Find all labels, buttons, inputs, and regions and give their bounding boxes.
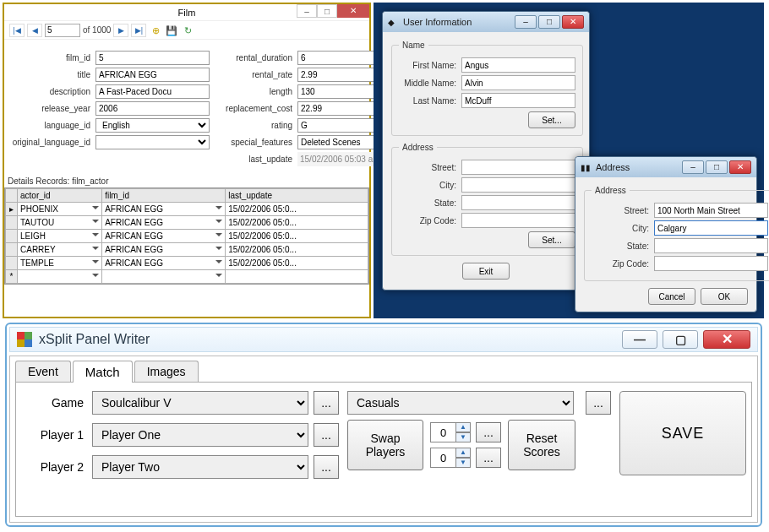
score1-spinner[interactable]: ▲▼ — [430, 422, 471, 442]
city-input[interactable] — [461, 177, 575, 193]
language-id-label: language_id — [11, 121, 95, 130]
tab-match[interactable]: Match — [73, 361, 133, 383]
score2-browse-button[interactable]: ... — [476, 448, 501, 468]
close-button[interactable]: ✕ — [337, 4, 369, 18]
zip-input[interactable] — [654, 256, 768, 271]
col-actor-id[interactable]: actor_id — [18, 189, 102, 203]
save-button[interactable]: SAVE — [619, 391, 746, 475]
address-legend: Address — [592, 186, 630, 195]
swap-players-button[interactable]: Swap Players — [347, 420, 423, 470]
language-id-select[interactable]: English — [95, 118, 210, 133]
cancel-button[interactable]: Cancel — [648, 288, 695, 305]
nav-last-button[interactable]: ▶| — [131, 24, 146, 37]
app-icon: ◆ — [388, 18, 400, 27]
nav-prev-button[interactable]: ◀ — [27, 24, 42, 37]
reset-scores-button[interactable]: Reset Scores — [508, 420, 575, 470]
street-label: Street: — [592, 206, 654, 215]
state-input[interactable] — [654, 238, 768, 253]
minimize-button[interactable]: – — [515, 15, 537, 29]
film-window: Film – □ ✕ |◀ ◀ of 1000 ▶ ▶| ⊕ 💾 ↻ film_… — [3, 3, 371, 318]
minimize-button[interactable]: – — [682, 160, 704, 174]
length-label: length — [213, 87, 297, 96]
original-language-id-label: original_language_id — [11, 138, 95, 147]
table-row: LEIGHAFRICAN EGG15/02/2006 05:0... — [6, 230, 368, 243]
nav-refresh-icon[interactable]: ↻ — [181, 24, 194, 37]
col-film-id[interactable]: film_id — [102, 189, 226, 203]
maximize-button[interactable]: □ — [538, 15, 560, 29]
tab-event[interactable]: Event — [15, 361, 71, 382]
game-select[interactable]: Soulcalibur V — [92, 391, 308, 415]
zip-label: Zip Code: — [399, 216, 461, 225]
player2-browse-button[interactable]: ... — [314, 455, 339, 479]
maximize-button[interactable]: □ — [317, 4, 337, 18]
app-icon: ▮▮ — [581, 163, 592, 172]
first-name-input[interactable] — [461, 57, 575, 73]
state-label: State: — [592, 242, 654, 251]
street-input[interactable] — [654, 203, 768, 218]
title-label: title — [11, 70, 95, 79]
street-input[interactable] — [461, 160, 575, 175]
round-browse-button[interactable]: ... — [586, 391, 611, 415]
maximize-button[interactable]: □ — [706, 160, 728, 174]
player1-select[interactable]: Player One — [92, 423, 308, 447]
score1-up[interactable]: ▲ — [455, 422, 471, 432]
game-label: Game — [26, 396, 92, 410]
zip-input[interactable] — [461, 213, 575, 228]
special-features-label: special_features — [213, 138, 297, 147]
game-browse-button[interactable]: ... — [314, 391, 339, 415]
set-name-button[interactable]: Set... — [528, 111, 575, 128]
round-select[interactable]: Casuals — [347, 391, 574, 415]
set-address-button[interactable]: Set... — [528, 231, 575, 248]
nav-first-button[interactable]: |◀ — [9, 24, 25, 37]
score2-spinner[interactable]: ▲▼ — [430, 448, 471, 468]
score2-down[interactable]: ▼ — [455, 458, 471, 468]
player1-browse-button[interactable]: ... — [314, 423, 339, 447]
nav-add-icon[interactable]: ⊕ — [149, 24, 162, 37]
maximize-button[interactable]: ▢ — [663, 330, 698, 349]
rental-rate-label: rental_rate — [213, 70, 297, 79]
nav-save-icon[interactable]: 💾 — [165, 24, 178, 37]
name-legend: Name — [399, 41, 428, 50]
player2-select[interactable]: Player Two — [92, 455, 308, 479]
city-label: City: — [592, 224, 654, 233]
score1-browse-button[interactable]: ... — [476, 422, 501, 442]
last-name-input[interactable] — [461, 93, 575, 108]
xsplit-title: xSplit Panel Writer — [39, 332, 150, 347]
table-row: TEMPLEAFRICAN EGG15/02/2006 05:0... — [6, 257, 368, 270]
middle-name-input[interactable] — [461, 75, 575, 90]
user-info-title: User Information — [403, 17, 472, 27]
film-actor-grid[interactable]: actor_id film_id last_update ▸PHOENIXAFR… — [4, 187, 369, 285]
city-input[interactable] — [654, 220, 768, 236]
film-id-input[interactable] — [95, 51, 210, 65]
table-row: TAUTOUAFRICAN EGG15/02/2006 05:0... — [6, 216, 368, 230]
nav-page-input[interactable] — [45, 24, 80, 37]
score2-input[interactable] — [430, 448, 455, 468]
app-icon — [17, 332, 32, 347]
score2-up[interactable]: ▲ — [455, 448, 471, 458]
description-input[interactable] — [95, 84, 210, 99]
exit-button[interactable]: Exit — [462, 263, 510, 280]
close-button[interactable]: ✕ — [703, 330, 750, 349]
nav-of-label: of 1000 — [83, 25, 111, 35]
close-button[interactable]: ✕ — [562, 15, 584, 29]
release-year-input[interactable] — [95, 101, 210, 116]
score1-down[interactable]: ▼ — [455, 432, 471, 442]
state-input[interactable] — [461, 195, 575, 210]
city-label: City: — [399, 181, 461, 190]
minimize-button[interactable]: — — [622, 330, 657, 349]
minimize-button[interactable]: – — [297, 4, 317, 18]
player2-label: Player 2 — [26, 460, 92, 474]
ok-button[interactable]: OK — [701, 288, 748, 305]
tab-images[interactable]: Images — [134, 361, 199, 382]
middle-name-label: Middle Name: — [399, 79, 461, 88]
nav-next-button[interactable]: ▶ — [113, 24, 128, 37]
title-input[interactable] — [95, 68, 210, 82]
rating-label: rating — [213, 121, 297, 130]
original-language-id-select[interactable] — [95, 135, 210, 149]
col-last-update[interactable]: last_update — [226, 189, 368, 203]
close-button[interactable]: ✕ — [729, 160, 751, 174]
score1-input[interactable] — [430, 422, 455, 442]
last-update-label: last_update — [213, 155, 297, 164]
table-row: * — [6, 270, 368, 284]
film-id-label: film_id — [11, 53, 95, 62]
